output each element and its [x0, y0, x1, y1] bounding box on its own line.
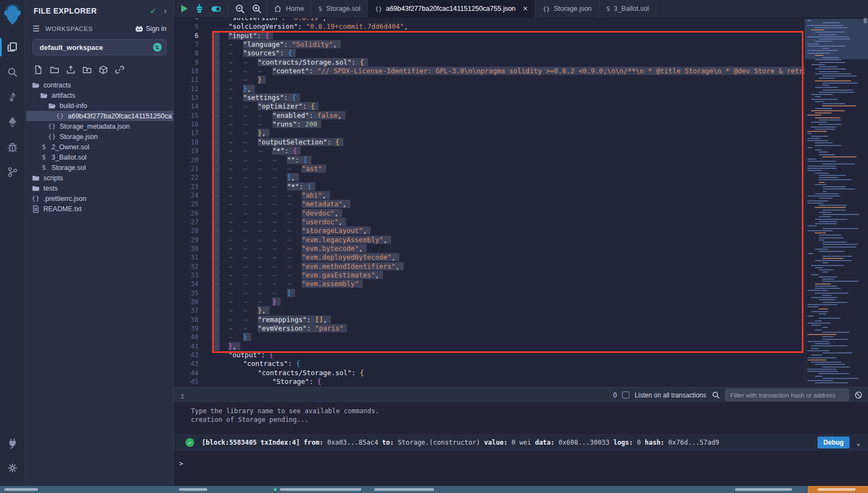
tree-item-storage-metadata-json[interactable]: {}Storage_metadata.json [26, 121, 173, 131]
run-script-icon[interactable] [181, 5, 188, 12]
remix-logo[interactable] [2, 3, 23, 27]
code-line-9[interactable]: 9→→→"contracts/Storage.sol": { [174, 58, 803, 67]
code-line-5[interactable]: 5 "solcLongVersion": "0.8.19+commit.7dd6… [174, 22, 803, 31]
tree-item-a69b43f277ba20fcac141151250ca7-[interactable]: {}a69b43f277ba20fcac141151250ca7... [26, 111, 173, 121]
debug-button[interactable]: Debug [818, 437, 850, 448]
code-line-23[interactable]: 23→→→→→"*": [ [174, 182, 803, 191]
code-line-41[interactable]: 41→}, [174, 342, 803, 351]
tab-a69b43f277ba20fcac141151250ca755-json[interactable]: {}a69b43f277ba20fcac141151250ca755.json✕ [368, 0, 535, 17]
plugin-manager-icon[interactable] [0, 431, 25, 456]
settings-icon[interactable] [0, 456, 25, 481]
code-line-20[interactable]: 20→→→→→"": [ [174, 156, 803, 165]
new-file-icon[interactable] [34, 65, 43, 74]
clear-console-icon[interactable] [854, 391, 863, 399]
code-line-45[interactable]: 45 "Storage": { [174, 377, 803, 386]
code-line-44[interactable]: 44 "contracts/Storage.sol": { [174, 369, 803, 377]
statusbar-fragment[interactable] [4, 488, 38, 491]
terminal-prompt[interactable]: > [174, 451, 868, 467]
tree-item-contracts[interactable]: contracts [26, 80, 173, 90]
minimap-slider[interactable] [864, 18, 867, 23]
code-line-10[interactable]: 10→→→→"content": "// SPDX-License-Identi… [174, 67, 803, 75]
debugger-icon[interactable] [0, 135, 25, 160]
git-icon[interactable] [0, 160, 25, 185]
copilot-toggle-icon[interactable] [211, 4, 221, 14]
code-line-26[interactable]: 26→→→→→→"devdoc", [174, 209, 803, 218]
terminal-search-icon[interactable] [712, 391, 720, 399]
solidity-compiler-icon[interactable] [0, 85, 25, 110]
tree-item-artifacts[interactable]: artifacts [26, 90, 173, 100]
tree-item-2-owner-sol[interactable]: S2_Owner.sol [26, 142, 173, 152]
tab-3-ballot-sol[interactable]: S3_Ballot.sol [599, 0, 656, 17]
code-line-19[interactable]: 19→→→→"*": { [174, 147, 803, 155]
code-line-6[interactable]: 6→"input": { [174, 31, 803, 40]
tree-item-storage-json[interactable]: {}Storage.json [26, 131, 173, 142]
hamburger-menu-icon[interactable]: ☰ [33, 24, 40, 34]
minimap[interactable] [805, 18, 868, 387]
link-icon[interactable] [115, 65, 124, 74]
tree-item-build-info[interactable]: build-info [26, 100, 173, 111]
code-line-7[interactable]: 7→→"language": "Solidity", [174, 40, 803, 49]
ipfs-box-icon[interactable] [99, 65, 108, 74]
code-line-14[interactable]: 14→→→"optimizer": { [174, 102, 803, 111]
upload-folder-icon[interactable] [82, 65, 92, 74]
code-line-31[interactable]: 31→→→→→→"evm.deployedBytecode", [174, 253, 803, 262]
code-line-42[interactable]: 42 "output": { [174, 351, 803, 359]
workspace-switch-icon[interactable]: ⇅ [153, 43, 162, 52]
code-line-38[interactable]: 38→→→"remappings": [], [174, 315, 803, 324]
transaction-row[interactable]: ✓ [block:5583405 txIndex:4] from: 0xa03.… [174, 434, 868, 451]
code-line-29[interactable]: 29→→→→→→"evm.legacyAssembly", [174, 236, 803, 244]
code-line-22[interactable]: 22→→→→→], [174, 173, 803, 182]
code-line-13[interactable]: 13→→"settings": { [174, 93, 803, 102]
code-line-11[interactable]: 11→→→} [174, 75, 803, 84]
file-explorer-icon[interactable] [0, 35, 25, 60]
tree-item-readme-txt[interactable]: README.txt [26, 204, 173, 214]
statusbar-alert-badge[interactable] [808, 486, 868, 493]
code-line-36[interactable]: 36→→→→} [174, 298, 803, 306]
chevron-right-icon[interactable]: › [164, 7, 167, 15]
code-line-4[interactable]: 4 "solcVersion": "0.8.19", [174, 18, 803, 22]
code-line-37[interactable]: 37→→→}, [174, 306, 803, 315]
code-line-27[interactable]: 27→→→→→→"userdoc", [174, 218, 803, 226]
tab-home[interactable]: Home [267, 0, 311, 17]
code-line-18[interactable]: 18→→→"outputSelection": { [174, 138, 803, 147]
code-line-17[interactable]: 17→→→}, [174, 129, 803, 137]
tab-storage-sol[interactable]: SStorage.sol [311, 0, 368, 17]
code-editor[interactable]: 4 "solcVersion": "0.8.19",5 "solcLongVer… [174, 18, 868, 387]
code-line-16[interactable]: 16→→→→"runs": 200 [174, 120, 803, 129]
code-line-15[interactable]: 15→→→→"enabled": false, [174, 111, 803, 120]
deploy-run-icon[interactable] [0, 110, 25, 135]
code-line-8[interactable]: 8→→"sources": { [174, 49, 803, 58]
workspace-select[interactable]: default_workspace ⇅ [33, 39, 167, 55]
new-folder-icon[interactable] [50, 65, 59, 74]
code-line-35[interactable]: 35→→→→→] [174, 289, 803, 298]
zoom-out-icon[interactable] [235, 4, 245, 14]
code-line-33[interactable]: 33→→→→→→"evm.gasEstimates", [174, 271, 803, 280]
code-line-25[interactable]: 25→→→→→→"metadata", [174, 200, 803, 208]
collapse-terminal-icon[interactable]: ⌄⌄ [180, 393, 184, 398]
listen-checkbox[interactable] [622, 391, 629, 399]
tab-storage-json[interactable]: {}Storage.json [535, 0, 599, 17]
code-line-12[interactable]: 12→→}, [174, 85, 803, 93]
code-line-30[interactable]: 30→→→→→→"evm.bytecode", [174, 244, 803, 253]
tree-item-scripts[interactable]: scripts [26, 173, 173, 183]
upload-file-icon[interactable] [66, 65, 75, 74]
code-line-24[interactable]: 24→→→→→→"abi", [174, 191, 803, 200]
tree-item-storage-sol[interactable]: SStorage.sol [26, 162, 173, 173]
ai-assistant-icon[interactable] [194, 4, 205, 14]
sign-in-button[interactable]: Sign in [135, 25, 167, 33]
code-line-28[interactable]: 28→→→→→→"storageLayout", [174, 226, 803, 235]
code-line-40[interactable]: 40→→} [174, 333, 803, 342]
tx-expand-icon[interactable]: ⌄ [856, 439, 860, 447]
transaction-filter-input[interactable] [725, 389, 849, 401]
search-icon[interactable] [0, 60, 25, 85]
code-line-39[interactable]: 39→→→"evmVersion": "paris" [174, 324, 803, 333]
zoom-in-icon[interactable] [252, 4, 262, 14]
tree-item--prettierrc-json[interactable]: {}.prettierrc.json [26, 193, 173, 204]
close-tab-icon[interactable]: ✕ [522, 5, 528, 12]
tree-item-tests[interactable]: tests [26, 183, 173, 193]
code-line-34[interactable]: 34→→→→→→"evm.assembly" [174, 280, 803, 288]
code-line-43[interactable]: 43 "contracts": { [174, 359, 803, 368]
tree-item-3-ballot-sol[interactable]: S3_Ballot.sol [26, 152, 173, 162]
code-line-21[interactable]: 21→→→→→→"ast" [174, 165, 803, 173]
code-line-32[interactable]: 32→→→→→→"evm.methodIdentifiers", [174, 262, 803, 271]
